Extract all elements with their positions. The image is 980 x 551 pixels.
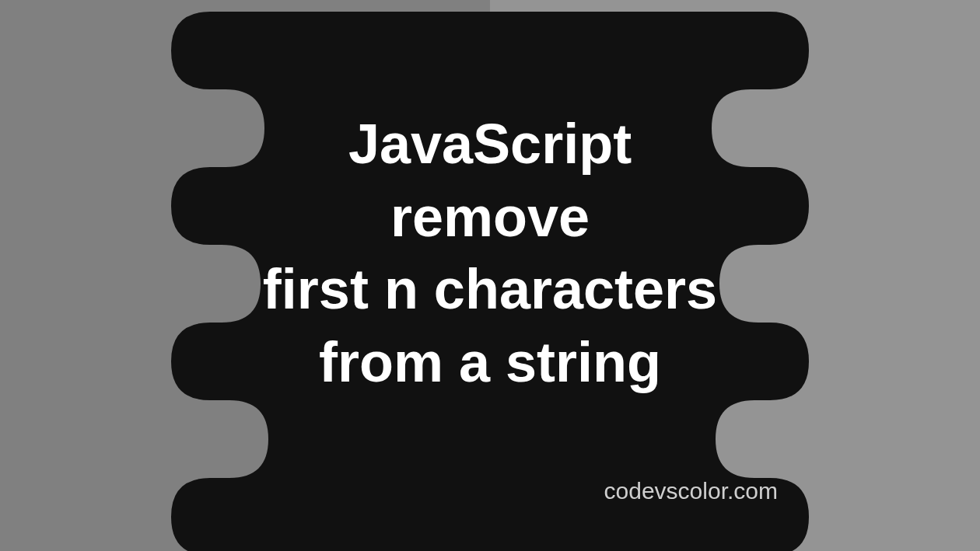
title-line-4: from a string [140,326,840,399]
title-line-1: JavaScript [140,108,840,181]
title-block: JavaScript remove first n characters fro… [140,108,840,399]
watermark-text: codevscolor.com [604,478,778,504]
title-line-3: first n characters [140,253,840,326]
title-line-2: remove [140,181,840,254]
